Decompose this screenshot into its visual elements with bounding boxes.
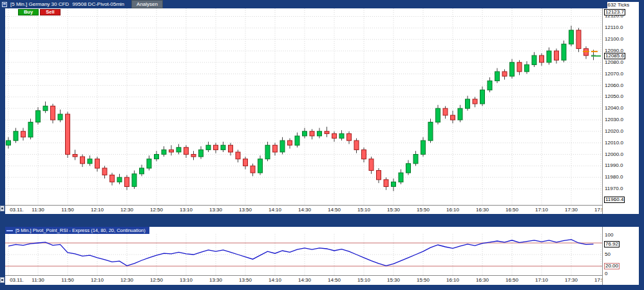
price-axis-label: 12000.0 [605,152,623,157]
price-axis[interactable]: 1632 Ticks 12120.012110.012100.012090.01… [602,2,639,214]
candle [229,145,233,152]
candle [243,159,248,166]
candle [80,157,85,164]
candle [132,174,137,187]
trade-buttons: Buy Sell [18,9,61,15]
time-label: 16:50 [500,207,524,213]
time-label: 13:30 [204,277,227,283]
candle [125,177,129,186]
time-label: 14:30 [293,207,316,213]
price-axis-label: 12010.0 [605,140,623,146]
time-label: 12:30 [115,207,138,213]
price-axis-label: 12050.0 [605,94,623,99]
candle [236,152,240,159]
candle [214,145,218,150]
rsi-legend-line-icon [6,230,13,231]
time-label: 14:50 [323,277,346,283]
time-label: 17:30 [560,207,583,213]
candle [347,133,352,140]
price-axis-label: 12020.0 [605,129,623,134]
time-label: 12:10 [86,207,109,213]
time-label: 15:30 [382,277,405,283]
candle [14,131,18,140]
candle [102,168,107,175]
time-label: 14:50 [323,207,346,213]
candle [66,114,70,154]
candle [532,55,536,64]
time-label: 15:30 [382,207,405,213]
rsi-chart[interactable] [5,234,602,275]
candle [303,131,307,136]
time-axis-main: 03.11.11:3011:5012:1012:3012:5013:1013:3… [5,205,602,214]
candle [384,180,388,187]
time-label: 03.11. [5,277,28,283]
price-axis-label: 12100.0 [605,37,623,42]
candle [451,115,455,120]
candle [421,140,426,154]
candle [191,155,196,157]
price-axis-label: 12110.0 [605,25,623,30]
window-title-bar: [5 Min.] Germany 30 CFD 99508 DC-Pivot-0… [0,0,607,8]
candle [495,72,500,81]
candlestick-chart[interactable] [5,8,602,205]
candle [510,63,515,76]
time-label: 15:10 [352,277,375,283]
time-label: 16:10 [441,207,464,213]
time-label: 11:50 [56,207,79,213]
candle [413,155,418,164]
candle [310,131,314,136]
price-axis-label: 12060.0 [605,83,623,88]
sell-button[interactable]: Sell [40,9,61,15]
time-label: 12:50 [145,277,168,283]
candle [502,72,507,76]
rsi-axis-label: 100 [605,233,613,238]
candle [184,148,189,155]
price-axis-box-label: 12085.6 [604,53,625,59]
window-instrument: 99508 DC-Pivot-05min [72,1,124,7]
candle [517,63,522,72]
panel-collapse-button-main[interactable] [0,206,5,211]
candle [547,51,551,63]
candle [488,81,492,90]
rsi-line [8,240,594,266]
candle [169,150,174,152]
time-label: 13:50 [234,277,257,283]
time-label: 14:10 [263,277,287,283]
time-label: 13:10 [175,207,198,213]
candle [332,133,337,138]
candle [258,159,263,173]
candle [295,136,299,145]
buy-button[interactable]: Buy [18,9,39,15]
time-label: 12:10 [86,277,109,283]
time-label: 14:10 [263,207,287,213]
time-label: 16:10 [441,277,464,283]
candle [43,106,48,111]
candle [58,114,62,120]
rsi-axis[interactable]: 10050076.9220.00 [602,227,639,285]
candle [280,140,285,152]
time-label: 16:30 [471,277,494,283]
candle [28,122,33,137]
time-label: 15:50 [412,207,435,213]
candle [317,131,322,136]
rsi-study-header[interactable]: [5 Min.] Pivot_Point_RSI - Express (14, … [5,227,149,234]
window-restore-icon[interactable] [2,2,7,7]
candle [110,175,115,182]
price-axis-box-label: 11960.4 [604,197,625,203]
price-axis-label: 12040.0 [605,106,623,111]
candle [36,111,41,122]
candle [140,168,144,174]
candle [73,155,77,157]
price-chart-panel: 03.11.11:3011:5012:1012:3012:5013:1013:3… [5,2,639,214]
candle [339,133,344,138]
time-label: 17:10 [530,207,553,213]
candle [473,99,477,104]
time-label: 11:30 [26,207,50,213]
tab-analysen[interactable]: Analysen [131,0,163,8]
candle [221,145,225,150]
candle [554,51,559,60]
candle [466,99,470,108]
panel-collapse-button-sub[interactable] [0,277,5,283]
candle [155,155,159,159]
rsi-panel: [5 Min.] Pivot_Point_RSI - Express (14, … [5,227,639,285]
